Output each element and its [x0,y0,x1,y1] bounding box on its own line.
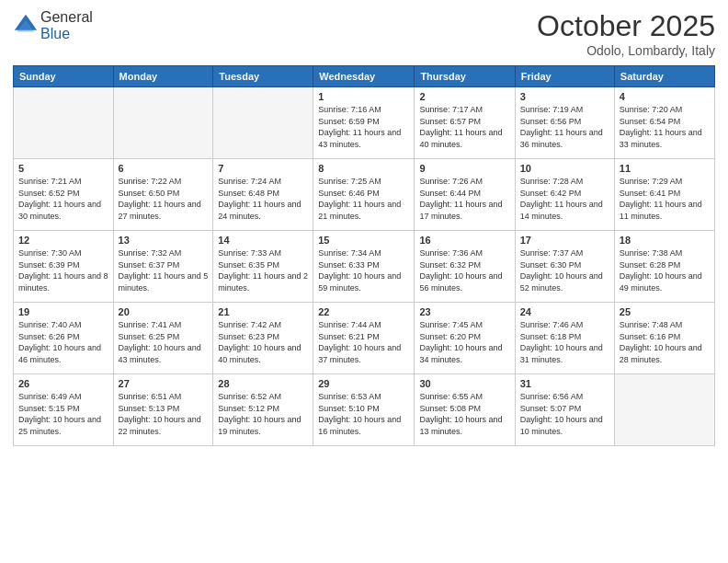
calendar-cell [614,374,714,446]
day-info: Sunrise: 7:37 AMSunset: 6:30 PMDaylight:… [520,247,609,293]
calendar-cell: 6Sunrise: 7:22 AMSunset: 6:50 PMDaylight… [113,159,213,231]
calendar-cell [213,87,313,159]
calendar-cell: 31Sunrise: 6:56 AMSunset: 5:07 PMDayligh… [515,374,614,446]
calendar-cell: 29Sunrise: 6:53 AMSunset: 5:10 PMDayligh… [313,374,415,446]
day-info: Sunrise: 7:19 AMSunset: 6:56 PMDaylight:… [520,104,609,150]
month-title: October 2025 [537,9,715,43]
day-info: Sunrise: 7:38 AMSunset: 6:28 PMDaylight:… [620,247,710,293]
calendar-cell: 3Sunrise: 7:19 AMSunset: 6:56 PMDaylight… [515,87,614,159]
calendar-cell: 1Sunrise: 7:16 AMSunset: 6:59 PMDaylight… [313,87,415,159]
calendar-cell: 22Sunrise: 7:44 AMSunset: 6:21 PMDayligh… [313,303,415,374]
day-info: Sunrise: 7:41 AMSunset: 6:25 PMDaylight:… [119,319,209,365]
day-info: Sunrise: 6:55 AMSunset: 5:08 PMDaylight:… [419,391,509,437]
calendar-cell: 2Sunrise: 7:17 AMSunset: 6:57 PMDaylight… [415,87,515,159]
day-number: 15 [318,235,409,246]
day-number: 3 [520,91,609,102]
col-saturday: Saturday [614,66,714,87]
calendar-cell: 8Sunrise: 7:25 AMSunset: 6:46 PMDaylight… [313,159,415,231]
col-sunday: Sunday [14,66,114,87]
day-info: Sunrise: 7:28 AMSunset: 6:42 PMDaylight:… [520,176,609,222]
calendar-cell: 24Sunrise: 7:46 AMSunset: 6:18 PMDayligh… [515,303,614,374]
calendar-cell: 28Sunrise: 6:52 AMSunset: 5:12 PMDayligh… [213,374,313,446]
day-info: Sunrise: 7:22 AMSunset: 6:50 PMDaylight:… [119,176,209,222]
calendar-cell: 14Sunrise: 7:33 AMSunset: 6:35 PMDayligh… [213,231,313,303]
day-info: Sunrise: 7:30 AMSunset: 6:39 PMDaylight:… [18,247,108,293]
page: General Blue October 2025 Odolo, Lombard… [0,0,728,563]
week-row-3: 12Sunrise: 7:30 AMSunset: 6:39 PMDayligh… [14,231,715,303]
week-row-4: 19Sunrise: 7:40 AMSunset: 6:26 PMDayligh… [14,303,715,374]
day-number: 7 [218,163,308,174]
day-number: 10 [520,163,609,174]
day-info: Sunrise: 7:25 AMSunset: 6:46 PMDaylight:… [318,176,409,222]
day-info: Sunrise: 7:29 AMSunset: 6:41 PMDaylight:… [620,176,710,222]
week-row-2: 5Sunrise: 7:21 AMSunset: 6:52 PMDaylight… [14,159,715,231]
col-friday: Friday [515,66,614,87]
calendar-cell: 15Sunrise: 7:34 AMSunset: 6:33 PMDayligh… [313,231,415,303]
logo-icon [13,13,39,39]
calendar-cell: 17Sunrise: 7:37 AMSunset: 6:30 PMDayligh… [515,231,614,303]
calendar-cell: 20Sunrise: 7:41 AMSunset: 6:25 PMDayligh… [113,303,213,374]
day-info: Sunrise: 7:26 AMSunset: 6:44 PMDaylight:… [419,176,509,222]
day-number: 23 [419,306,509,317]
day-number: 13 [119,235,209,246]
calendar-cell: 4Sunrise: 7:20 AMSunset: 6:54 PMDaylight… [614,87,714,159]
day-info: Sunrise: 7:32 AMSunset: 6:37 PMDaylight:… [119,247,209,293]
day-info: Sunrise: 7:48 AMSunset: 6:16 PMDaylight:… [620,319,710,365]
day-number: 17 [520,235,609,246]
day-number: 11 [620,163,710,174]
calendar-cell: 21Sunrise: 7:42 AMSunset: 6:23 PMDayligh… [213,303,313,374]
col-monday: Monday [113,66,213,87]
logo-general-text: General [40,9,93,25]
logo: General Blue [13,9,93,42]
calendar-cell: 13Sunrise: 7:32 AMSunset: 6:37 PMDayligh… [113,231,213,303]
calendar-cell: 30Sunrise: 6:55 AMSunset: 5:08 PMDayligh… [415,374,515,446]
calendar-cell: 19Sunrise: 7:40 AMSunset: 6:26 PMDayligh… [14,303,114,374]
calendar-cell: 5Sunrise: 7:21 AMSunset: 6:52 PMDaylight… [14,159,114,231]
day-number: 1 [318,91,409,102]
week-row-1: 1Sunrise: 7:16 AMSunset: 6:59 PMDaylight… [14,87,715,159]
subtitle: Odolo, Lombardy, Italy [537,43,715,58]
day-info: Sunrise: 7:33 AMSunset: 6:35 PMDaylight:… [218,247,308,293]
day-info: Sunrise: 6:53 AMSunset: 5:10 PMDaylight:… [318,391,409,437]
day-number: 22 [318,306,409,317]
day-number: 21 [218,306,308,317]
day-info: Sunrise: 7:46 AMSunset: 6:18 PMDaylight:… [520,319,609,365]
day-info: Sunrise: 7:45 AMSunset: 6:20 PMDaylight:… [419,319,509,365]
col-wednesday: Wednesday [313,66,415,87]
day-number: 5 [18,163,108,174]
calendar-cell: 27Sunrise: 6:51 AMSunset: 5:13 PMDayligh… [113,374,213,446]
calendar-cell: 25Sunrise: 7:48 AMSunset: 6:16 PMDayligh… [614,303,714,374]
day-info: Sunrise: 7:16 AMSunset: 6:59 PMDaylight:… [318,104,409,150]
day-info: Sunrise: 7:21 AMSunset: 6:52 PMDaylight:… [18,176,108,222]
day-info: Sunrise: 6:49 AMSunset: 5:15 PMDaylight:… [18,391,108,437]
calendar-cell [113,87,213,159]
day-number: 14 [218,235,308,246]
calendar-cell: 12Sunrise: 7:30 AMSunset: 6:39 PMDayligh… [14,231,114,303]
day-number: 29 [318,378,409,389]
day-info: Sunrise: 7:34 AMSunset: 6:33 PMDaylight:… [318,247,409,293]
day-info: Sunrise: 7:40 AMSunset: 6:26 PMDaylight:… [18,319,108,365]
day-number: 6 [119,163,209,174]
title-block: October 2025 Odolo, Lombardy, Italy [537,9,715,58]
day-number: 25 [620,306,710,317]
calendar-cell: 16Sunrise: 7:36 AMSunset: 6:32 PMDayligh… [415,231,515,303]
day-info: Sunrise: 7:20 AMSunset: 6:54 PMDaylight:… [620,104,710,150]
col-thursday: Thursday [415,66,515,87]
day-number: 24 [520,306,609,317]
col-tuesday: Tuesday [213,66,313,87]
day-info: Sunrise: 7:17 AMSunset: 6:57 PMDaylight:… [419,104,509,150]
day-number: 31 [520,378,609,389]
day-number: 19 [18,306,108,317]
logo-blue-text: Blue [40,26,70,41]
day-number: 20 [119,306,209,317]
day-number: 2 [419,91,509,102]
day-number: 28 [218,378,308,389]
day-number: 12 [18,235,108,246]
calendar-cell [14,87,114,159]
day-number: 4 [620,91,710,102]
day-number: 27 [119,378,209,389]
day-info: Sunrise: 6:52 AMSunset: 5:12 PMDaylight:… [218,391,308,437]
day-info: Sunrise: 6:56 AMSunset: 5:07 PMDaylight:… [520,391,609,437]
day-number: 26 [18,378,108,389]
day-info: Sunrise: 7:24 AMSunset: 6:48 PMDaylight:… [218,176,308,222]
